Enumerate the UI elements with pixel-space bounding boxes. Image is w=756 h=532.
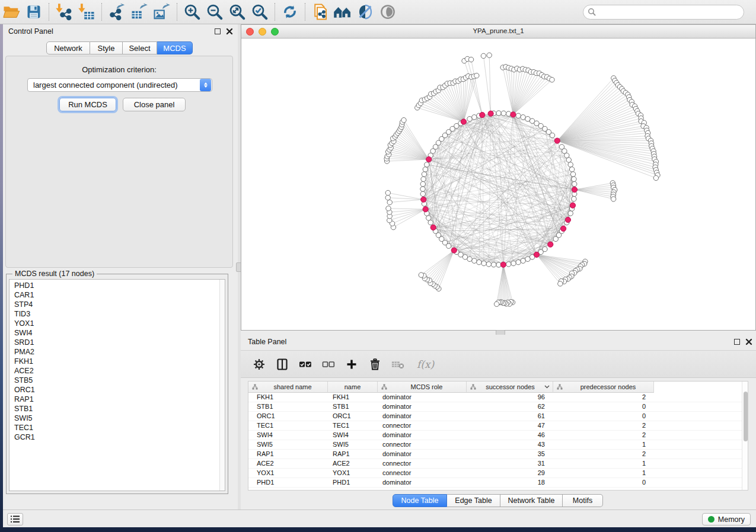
column-header-predecessor-nodes[interactable]: predecessor nodes bbox=[553, 382, 654, 393]
table-cell[interactable]: TEC1 bbox=[248, 421, 328, 430]
table-cell[interactable]: connector bbox=[378, 440, 467, 449]
table-cell[interactable]: SWI4 bbox=[328, 431, 378, 440]
table-cell[interactable]: YOX1 bbox=[248, 469, 328, 477]
table-row[interactable]: YOX1YOX1connector291 bbox=[248, 469, 742, 478]
search-field[interactable] bbox=[583, 5, 744, 20]
table-cell[interactable]: PHD1 bbox=[328, 478, 378, 487]
table-cell[interactable]: 0 bbox=[553, 478, 654, 487]
float-window-icon[interactable] bbox=[734, 339, 740, 345]
table-cell[interactable]: PHD1 bbox=[248, 478, 328, 487]
column-header-name[interactable]: name bbox=[328, 382, 378, 393]
result-node[interactable]: GCR1 bbox=[9, 432, 219, 442]
table-cell[interactable]: TEC1 bbox=[328, 421, 378, 430]
table-row[interactable]: SWI4SWI4dominator462 bbox=[248, 431, 742, 440]
export-network-icon[interactable] bbox=[107, 2, 127, 22]
result-node[interactable]: STB1 bbox=[9, 404, 219, 414]
table-cell[interactable]: 1 bbox=[553, 459, 654, 468]
node-table[interactable]: shared namenameMCDS rolesuccessor nodesp… bbox=[248, 381, 748, 491]
table-cell[interactable]: 2 bbox=[553, 431, 654, 440]
task-history-button[interactable] bbox=[7, 513, 23, 525]
table-cell[interactable]: ACE2 bbox=[248, 459, 328, 468]
open-file-icon[interactable] bbox=[1, 2, 21, 22]
network-canvas[interactable] bbox=[241, 39, 755, 330]
criterion-select[interactable]: largest connected component (undirected) bbox=[27, 78, 212, 92]
result-node[interactable]: ACE2 bbox=[9, 366, 219, 376]
result-node[interactable]: TID3 bbox=[9, 309, 219, 319]
duplicate-network-icon[interactable] bbox=[310, 2, 330, 22]
table-cell[interactable]: dominator bbox=[378, 450, 467, 459]
select-all-icon[interactable] bbox=[299, 358, 312, 371]
zoom-fit-icon[interactable] bbox=[227, 2, 247, 22]
zoom-out-icon[interactable] bbox=[205, 2, 225, 22]
table-cell[interactable]: 61 bbox=[467, 412, 553, 421]
table-cell[interactable]: ORC1 bbox=[328, 412, 378, 421]
column-header-successor-nodes[interactable]: successor nodes bbox=[467, 382, 553, 393]
memory-button[interactable]: Memory bbox=[702, 513, 751, 525]
table-cell[interactable]: 43 bbox=[467, 440, 553, 449]
close-panel-icon[interactable] bbox=[226, 28, 233, 35]
table-cell[interactable]: 31 bbox=[467, 459, 553, 468]
table-cell[interactable]: 2 bbox=[553, 450, 654, 459]
table-cell[interactable]: STB1 bbox=[328, 402, 378, 411]
table-cell[interactable]: 0 bbox=[553, 402, 654, 411]
table-cell[interactable]: 46 bbox=[467, 431, 553, 440]
export-table-icon[interactable] bbox=[129, 2, 149, 22]
result-node[interactable]: SWI4 bbox=[9, 328, 219, 338]
tab-style[interactable]: Style bbox=[90, 41, 123, 55]
table-row[interactable]: SWI5SWI5connector431 bbox=[248, 440, 742, 450]
zoom-in-icon[interactable] bbox=[182, 2, 202, 22]
result-node[interactable]: RAP1 bbox=[9, 395, 219, 404]
table-cell[interactable]: 18 bbox=[467, 478, 553, 487]
delete-column-icon[interactable] bbox=[368, 358, 381, 371]
tab-select[interactable]: Select bbox=[123, 41, 157, 55]
table-row[interactable]: PHD1PHD1dominator180 bbox=[248, 478, 742, 488]
table-cell[interactable]: dominator bbox=[378, 412, 467, 421]
table-cell[interactable]: 29 bbox=[467, 469, 553, 477]
result-node[interactable]: CAR1 bbox=[9, 290, 219, 300]
table-cell[interactable]: 96 bbox=[467, 393, 553, 402]
tab-motifs[interactable]: Motifs bbox=[563, 494, 603, 507]
table-cell[interactable]: 2 bbox=[553, 393, 654, 402]
import-table-icon[interactable] bbox=[76, 2, 97, 22]
tab-network-table[interactable]: Network Table bbox=[500, 494, 563, 507]
result-node[interactable]: STB5 bbox=[9, 376, 219, 385]
column-header-shared-name[interactable]: shared name bbox=[248, 382, 328, 393]
show-all-networks-icon[interactable] bbox=[333, 2, 353, 22]
table-cell[interactable]: 35 bbox=[467, 450, 553, 459]
table-row[interactable]: FKH1FKH1dominator962 bbox=[248, 393, 742, 402]
result-node[interactable]: PHD1 bbox=[9, 281, 219, 290]
scrollbar-thumb[interactable] bbox=[744, 392, 748, 441]
hide-style-icon[interactable] bbox=[355, 2, 375, 22]
table-cell[interactable]: 0 bbox=[553, 412, 654, 421]
table-scrollbar[interactable] bbox=[742, 382, 748, 490]
result-node[interactable]: TEC1 bbox=[9, 423, 219, 432]
table-cell[interactable]: 1 bbox=[553, 440, 654, 449]
mcds-result-list[interactable]: PHD1CAR1STP4TID3YOX1SWI4SRD1PMA2FKH1ACE2… bbox=[9, 279, 225, 491]
table-cell[interactable]: dominator bbox=[378, 402, 467, 411]
table-cell[interactable]: SWI5 bbox=[328, 440, 378, 449]
import-network-icon[interactable] bbox=[54, 2, 74, 22]
table-cell[interactable]: connector bbox=[378, 459, 467, 468]
tab-network[interactable]: Network bbox=[46, 41, 90, 55]
add-column-icon[interactable] bbox=[345, 358, 358, 371]
deselect-all-icon[interactable] bbox=[322, 358, 335, 371]
tab-mcds[interactable]: MCDS bbox=[157, 41, 193, 55]
table-cell[interactable]: 62 bbox=[467, 402, 553, 411]
result-node[interactable]: PMA2 bbox=[9, 347, 219, 357]
table-row[interactable]: ORC1ORC1dominator610 bbox=[248, 412, 742, 421]
horizontal-splitter[interactable] bbox=[241, 331, 756, 335]
table-cell[interactable]: STB1 bbox=[248, 402, 328, 411]
zoom-selected-icon[interactable] bbox=[250, 2, 270, 22]
table-cell[interactable]: dominator bbox=[378, 393, 467, 402]
gear-icon[interactable] bbox=[253, 358, 266, 371]
table-cell[interactable]: RAP1 bbox=[328, 450, 378, 459]
table-cell[interactable]: 47 bbox=[467, 421, 553, 430]
table-cell[interactable]: ORC1 bbox=[248, 412, 328, 421]
column-header-MCDS-role[interactable]: MCDS role bbox=[378, 382, 467, 393]
save-session-icon[interactable] bbox=[24, 2, 44, 22]
result-node[interactable]: ORC1 bbox=[9, 385, 219, 395]
table-row[interactable]: ACE2ACE2connector311 bbox=[248, 459, 742, 469]
table-cell[interactable]: SWI4 bbox=[248, 431, 328, 440]
close-panel-icon[interactable] bbox=[745, 338, 752, 345]
show-hide-icon[interactable] bbox=[378, 2, 398, 22]
